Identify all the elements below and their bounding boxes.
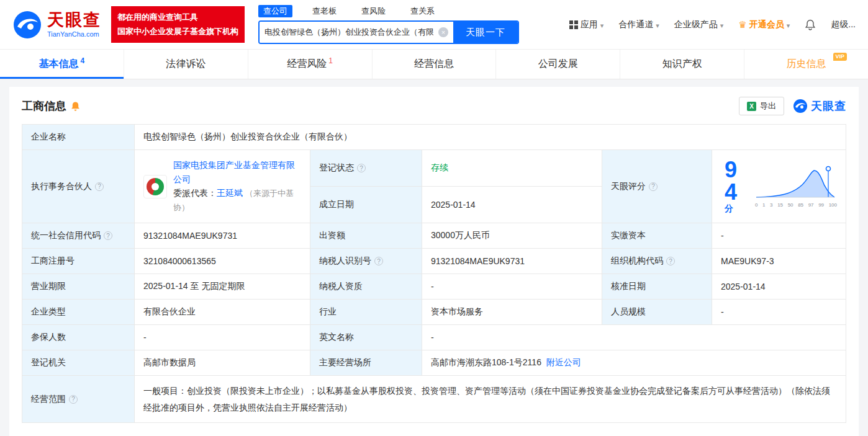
tab-risk[interactable]: 经营风险 1 [248,50,373,79]
help-icon[interactable] [104,231,112,240]
rep-name-link[interactable]: 王延斌 [217,188,243,198]
nav-enterprise-label: 企业级产品 [674,19,718,30]
tab-legal[interactable]: 法律诉讼 [124,50,248,79]
value-est-date: 2025-01-14 [422,187,602,223]
score-axis-labels: 0131550859799100 [755,202,837,208]
chevron-down-icon [600,20,604,30]
label-reg-authority: 登记机关 [22,350,135,376]
label-taxpayer-id: 纳税人识别号 [310,249,422,274]
label-company-type: 企业类型 [22,300,135,325]
table-row: 企业名称 电投创智绿色（扬州）创业投资合伙企业（有限合伙） [22,125,846,150]
partner-company-logo[interactable] [143,175,167,198]
business-info-table: 企业名称 电投创智绿色（扬州）创业投资合伙企业（有限合伙） 执行事务合伙人 国家… [22,124,846,423]
search-tab-boss[interactable]: 查老板 [307,5,341,17]
nav-channel-label: 合作通道 [618,19,653,30]
help-icon[interactable] [95,182,104,191]
chevron-down-icon [720,20,724,30]
value-business-scope: 一般项目：创业投资（限投资未上市企业）；以私募基金从事股权投资、投资管理、资产管… [135,376,846,423]
value-org-code: MAE9UK97-3 [712,249,846,274]
value-tyc-score[interactable]: 94分 0131550859799100 [712,150,846,223]
tab-risk-count: 1 [328,56,333,65]
search-tab-risk[interactable]: 查风险 [356,5,391,17]
value-insured-count: - [135,325,310,350]
tianyancha-logo[interactable]: 天眼查 TianYanCha.com [12,10,101,40]
export-button[interactable]: 导出 [739,97,784,115]
alert-bell-icon[interactable] [70,101,81,112]
label-reg-status: 登记状态 [310,150,422,187]
search-input[interactable] [260,22,438,43]
value-capital: 30000万人民币 [422,223,602,249]
clear-search-icon[interactable] [438,27,448,37]
score-curve-chart: 0131550859799100 [755,165,837,208]
search-box: 天眼一下 [258,20,519,44]
tab-legal-label: 法律诉讼 [166,58,206,71]
table-row: 企业类型 有限合伙企业 行业 资本市场服务 人员规模 - [22,300,846,325]
value-managing-partner: 国家电投集团产业基金管理有限公司 委派代表：王延斌 （来源于中基协） [135,150,310,223]
tab-ip[interactable]: 知识产权 [620,50,744,79]
nearby-companies-link[interactable]: 附近公司 [546,357,581,367]
table-row: 登记机关 高邮市数据局 主要经营场所 高邮市海潮东路108-1号2116 附近公… [22,350,846,376]
nav-channel[interactable]: 合作通道 [618,19,659,30]
logo-domain: TianYanCha.com [47,30,101,38]
help-icon[interactable] [69,395,78,404]
help-icon[interactable] [374,257,383,265]
export-label: 导出 [760,100,776,112]
notification-bell-icon[interactable] [805,19,816,30]
nav-super[interactable]: 超级... [831,19,856,30]
search-tab-relation[interactable]: 查关系 [405,5,440,17]
value-taxpayer-id: 91321084MAE9UK9731 [422,249,602,274]
nav-apps[interactable]: 应用 [569,19,604,30]
rep-label: 委派代表： [173,188,217,198]
label-tyc-score: 天眼评分 [602,150,712,223]
promo-line-1: 都在用的商业查询工具 [117,11,238,24]
label-approval-date: 核准日期 [602,274,712,300]
label-capital: 出资额 [310,223,422,249]
section-tab-bar: 基本信息 4 法律诉讼 经营风险 1 经营信息 公司发展 知识产权 历史信息 V… [0,50,868,79]
tab-development[interactable]: 公司发展 [496,50,620,79]
vip-badge: VIP [833,53,848,61]
label-insured-count: 参保人数 [22,325,135,350]
table-row: 统一社会信用代码 91321084MAE9UK9731 出资额 30000万人民… [22,223,846,249]
table-row: 营业期限 2025-01-14 至 无固定期限 纳税人资质 - 核准日期 202… [22,274,846,300]
value-staff-size: - [712,300,846,325]
value-approval-date: 2025-01-14 [712,274,846,300]
search-tab-company[interactable]: 查公司 [258,5,292,17]
value-paid-capital: - [712,223,846,249]
chevron-down-icon [787,20,790,30]
search-button[interactable]: 天眼一下 [453,22,518,43]
top-header: 天眼查 TianYanCha.com 都在用的商业查询工具 国家中小企业发展子基… [0,0,868,50]
label-taxpayer-quality: 纳税人资质 [310,274,422,300]
table-row: 执行事务合伙人 国家电投集团产业基金管理有限公司 委派代表：王延斌 （来源于中基… [22,150,846,187]
card-header: 工商信息 导出 天眼查 [22,97,846,115]
label-company-name: 企业名称 [22,125,135,150]
value-business-term: 2025-01-14 至 无固定期限 [135,274,310,300]
grid-icon [569,20,578,29]
status-badge: 存续 [431,162,448,172]
help-icon[interactable] [666,257,675,265]
chevron-down-icon [656,20,659,30]
tianyancha-eye-icon [793,99,808,113]
score-value: 94 [725,157,737,205]
partner-company-link[interactable]: 国家电投集团产业基金管理有限公司 [173,160,295,184]
crown-icon [738,19,746,30]
help-icon[interactable] [649,182,658,191]
value-credit-code: 91321084MAE9UK9731 [135,223,310,249]
tab-basic-info[interactable]: 基本信息 4 [0,50,124,79]
nav-vip[interactable]: 开通会员 [738,19,790,30]
brand-name: 天眼查 [811,99,846,113]
nav-enterprise[interactable]: 企业级产品 [674,19,724,30]
tab-operation[interactable]: 经营信息 [373,50,497,79]
help-icon[interactable] [357,164,366,172]
label-business-term: 营业期限 [22,274,135,300]
business-info-card: 工商信息 导出 天眼查 企业 [9,87,859,436]
value-company-type: 有限合伙企业 [135,300,310,325]
tab-risk-label: 经营风险 [287,58,327,71]
search-block: 查公司 查老板 查风险 查关系 天眼一下 [258,5,519,44]
value-taxpayer-quality: - [422,274,602,300]
tab-history[interactable]: 历史信息 VIP [744,50,868,79]
tab-basic-label: 基本信息 [39,58,79,71]
label-industry: 行业 [310,300,422,325]
value-english-name: - [422,325,846,350]
nav-apps-label: 应用 [581,19,598,30]
excel-icon [747,102,756,111]
